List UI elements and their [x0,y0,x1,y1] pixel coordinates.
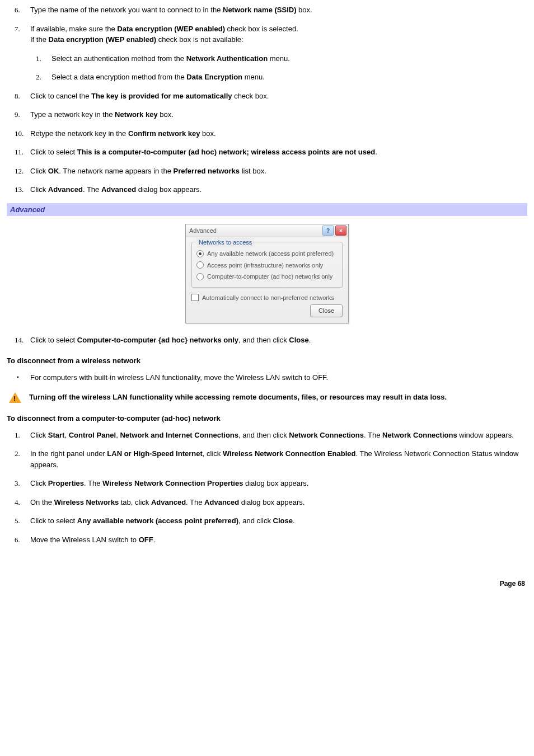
list-item: 7.If available, make sure the Data encry… [7,24,527,83]
list-item-text: Move the Wireless LAN switch to OFF. [30,536,155,544]
radio-option[interactable]: Access point (infrastructure) networks o… [196,261,338,270]
list-item-text: Click to select Computer-to-computer {ad… [30,336,311,344]
list-item: 2.Select a data encryption method from t… [30,72,527,83]
list-item: 6.Move the Wireless LAN switch to OFF. [7,534,527,546]
list-item-text: If available, make sure the Data encrypt… [30,25,298,44]
dialog-screenshot: Advanced ? × Networks to access Any avai… [7,224,527,323]
list-item-text: Select an authentication method from the… [51,54,290,63]
list-number: 7. [15,24,20,35]
list-number: 8. [15,91,20,102]
list-number: 2. [15,448,20,459]
list-number: 10. [15,128,24,139]
list-item: 4.On the Wireless Networks tab, click Ad… [7,497,527,508]
auto-connect-label: Automatically connect to non-preferred n… [202,293,334,303]
list-item-text: On the Wireless Networks tab, click Adva… [30,498,305,506]
heading-disconnect-adhoc: To disconnect from a computer-to-compute… [7,413,527,424]
list-number: 14. [15,335,24,346]
page-number: Page 68 [7,579,525,589]
list-number: 2. [36,72,41,83]
radio-label: Computer-to-computer (ad hoc) networks o… [207,272,332,281]
list-item-text: Click OK. The network name appears in th… [30,167,266,175]
dialog-titlebar: Advanced ? × [186,224,348,237]
radio-label: Any available network (access point pref… [207,249,334,259]
list-item: 14.Click to select Computer-to-computer … [7,335,527,346]
radio-option[interactable]: Any available network (access point pref… [196,249,338,259]
list-item: 1.Select an authentication method from t… [30,53,527,64]
list-item-text: Click Advanced. The Advanced dialog box … [30,185,202,194]
help-icon[interactable]: ? [322,226,334,236]
list-item: 11.Click to select This is a computer-to… [7,147,527,158]
list-item: 12.Click OK. The network name appears in… [7,166,527,177]
warning-text: Turning off the wireless LAN functionali… [29,392,527,403]
instruction-list-1: 6.Type the name of the network you want … [7,4,527,195]
list-item-text: Click to select This is a computer-to-co… [30,148,377,156]
list-item: 1.Click Start, Control Panel, Network an… [7,430,527,441]
dialog-title-text: Advanced [189,226,217,236]
warning-callout: Turning off the wireless LAN functionali… [7,392,527,403]
list-item-text: Click Properties. The Wireless Network C… [30,479,308,487]
heading-disconnect-wireless: To disconnect from a wireless network [7,355,527,367]
list-item-text: Click Start, Control Panel, Network and … [30,431,514,439]
networks-to-access-group: Networks to access Any available network… [191,242,343,288]
list-item-text: Select a data encryption method from the… [51,73,265,81]
instruction-list-2: 1.Click Start, Control Panel, Network an… [7,430,527,546]
list-number: 11. [15,147,24,158]
advanced-dialog: Advanced ? × Networks to access Any avai… [185,224,349,323]
list-number: 6. [15,534,20,546]
sub-list: 1.Select an authentication method from t… [30,53,527,83]
bullet-list-disconnect: For computers with built-in wireless LAN… [7,372,527,383]
list-number: 1. [15,430,20,441]
warning-icon [9,392,21,403]
list-item-text: Type the name of the network you want to… [30,6,312,14]
list-item-text: Click to cancel the The key is provided … [30,92,269,100]
auto-connect-checkbox-row[interactable]: Automatically connect to non-preferred n… [191,293,343,303]
radio-icon[interactable] [196,250,204,257]
list-item: 2.In the right panel under LAN or High-S… [7,448,527,470]
list-item: 6.Type the name of the network you want … [7,4,527,16]
radio-label: Access point (infrastructure) networks o… [207,261,323,270]
checkbox-icon[interactable] [191,294,199,301]
close-icon[interactable]: × [335,226,346,236]
radio-icon[interactable] [196,273,204,280]
list-item-text: Retype the network key in the Confirm ne… [30,129,216,138]
list-item-text: Type a network key in the Network key bo… [30,110,174,119]
list-number: 13. [15,184,24,195]
list-number: 5. [15,515,20,527]
list-number: 4. [15,497,20,508]
list-item: 13.Click Advanced. The Advanced dialog b… [7,184,527,195]
list-number: 1. [36,53,41,64]
list-item: 10.Retype the network key in the Confirm… [7,128,527,139]
list-item: 8.Click to cancel the The key is provide… [7,91,527,102]
list-item-text: In the right panel under LAN or High-Spe… [30,449,518,469]
instruction-list-1-continued: 14.Click to select Computer-to-computer … [7,335,527,346]
radio-option[interactable]: Computer-to-computer (ad hoc) networks o… [196,272,338,281]
list-number: 12. [15,166,24,177]
list-number: 3. [15,478,20,489]
list-number: 9. [15,109,20,120]
bullet-item: For computers with built-in wireless LAN… [7,372,527,383]
list-number: 6. [15,4,20,16]
radio-icon[interactable] [196,261,204,269]
list-item: 3.Click Properties. The Wireless Network… [7,478,527,489]
list-item-text: Click to select Any available network (a… [30,516,295,525]
list-item: 5.Click to select Any available network … [7,515,527,527]
list-item: 9.Type a network key in the Network key … [7,109,527,120]
close-button[interactable]: Close [310,304,343,317]
section-heading-advanced: Advanced [7,203,527,217]
group-legend: Networks to access [196,238,254,247]
